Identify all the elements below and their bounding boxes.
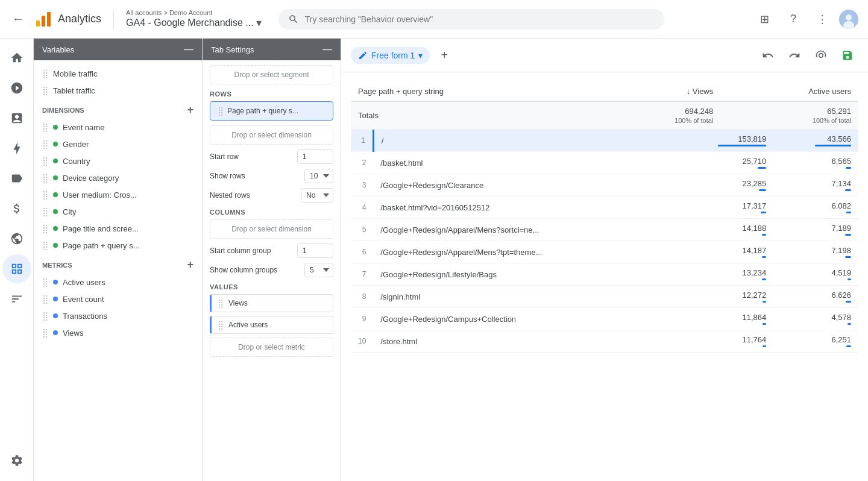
redo-btn[interactable] [784,45,805,66]
dimension-dot [53,125,58,130]
segment-item-tablet[interactable]: ⣿ Tablet traffic [34,82,202,99]
avatar[interactable] [839,10,858,29]
col-active-users-header[interactable]: Active users [720,82,858,101]
account-name[interactable]: GA4 - Google Merchandise ... ▾ [126,16,262,30]
apps-button[interactable]: ⊞ [752,7,776,31]
value-views[interactable]: ⣿ Views [210,294,333,312]
row-active-users: 7,198 [773,241,858,263]
segment-drop-zone[interactable]: Drop or select segment [210,65,333,84]
dimensions-section: DIMENSIONS + [34,99,202,119]
values-drop-zone[interactable]: Drop or select metric [210,338,333,357]
row-number: 8 [351,286,373,308]
svg-rect-0 [36,20,40,27]
col-views-header[interactable]: ↓ Views [592,82,720,101]
help-button[interactable]: ? [781,7,805,31]
metric-views[interactable]: ⣿ Views [34,324,202,341]
drag-handle-icon: ⣿ [42,156,48,166]
variables-collapse-btn[interactable]: — [184,45,193,54]
add-tab-btn[interactable]: + [435,46,454,65]
row-number: 5 [351,219,373,241]
table-row: 5/Google+Redesign/Apparel/Mens?sortci=ne… [351,219,858,241]
share-btn[interactable] [810,45,832,66]
dim-city[interactable]: ⣿ City [34,203,202,220]
metric-active-users[interactable]: ⣿ Active users [34,274,202,291]
row-number: 6 [351,241,373,263]
drag-handle-icon: ⣿ [42,173,48,183]
rows-filled-label: Page path + query s... [227,107,298,115]
row-path: /basket.html [373,152,668,174]
analytics-logo [34,10,53,29]
totals-row: Totals 694,248 100% of total 65,291 100%… [351,101,858,130]
nested-rows-label: Nested rows [210,191,250,200]
undo-btn[interactable] [757,45,779,66]
variables-content: ⣿ Mobile traffic ⣿ Tablet traffic DIMENS… [34,60,202,481]
value-active-users[interactable]: ⣿ Active users [210,316,333,334]
start-column-input[interactable] [297,244,333,258]
drag-handle-icon: ⣿ [42,311,48,321]
show-rows-select[interactable]: 10 25 50 [304,169,333,183]
sidenav-revenue[interactable] [2,194,31,223]
add-metric-btn[interactable]: + [187,259,193,271]
table-row: 10/store.html11,7646,251 [351,330,858,353]
metrics-section: METRICS + [34,254,202,274]
segment-item-mobile[interactable]: ⣿ Mobile traffic [34,65,202,82]
start-row-input[interactable] [297,149,333,164]
tab-pill[interactable]: Free form 1 ▾ [351,47,430,64]
search-bar[interactable] [278,9,664,30]
rows-drop-zone[interactable]: Drop or select dimension [210,125,333,145]
row-number: 10 [351,330,373,353]
sidenav-advertising[interactable] [2,285,31,313]
dim-country[interactable]: ⣿ Country [34,152,202,169]
drag-handle-icon: ⣿ [42,190,48,200]
nested-rows-row: Nested rows No Yes [210,188,333,203]
dim-user-medium[interactable]: ⣿ User medium: Cros... [34,186,202,203]
start-row-row: Start row [210,149,333,164]
sidenav-explore[interactable] [2,254,31,283]
tab-settings-title: Tab Settings [211,45,254,54]
dim-page-title[interactable]: ⣿ Page title and scree... [34,220,202,237]
sidenav-lifecycle[interactable] [2,104,31,133]
sidenav-tags[interactable] [2,164,31,193]
metric-dot [53,297,58,301]
more-button[interactable]: ⋮ [810,7,834,31]
table-row: 4/basket.html?vid=2016051251217,3176,082 [351,196,858,219]
drag-handle-icon: ⣿ [42,328,48,338]
tab-settings-collapse-btn[interactable]: — [322,45,332,54]
columns-drop-zone[interactable]: Drop or select dimension [210,219,333,239]
data-rows-table: 1/153,81943,5662/basket.html25,7106,5653… [351,130,858,353]
dim-device-category[interactable]: ⣿ Device category [34,169,202,186]
tab-dropdown-icon: ▾ [418,51,423,60]
rows-filled-zone[interactable]: ⣿ Page path + query s... [210,101,333,121]
dim-label: Page title and scree... [63,224,139,233]
start-column-row: Start column group [210,244,333,258]
sidenav-globe[interactable] [2,224,31,253]
metric-event-count[interactable]: ⣿ Event count [34,291,202,307]
segment-label: Tablet traffic [53,86,95,95]
dim-event-name[interactable]: ⣿ Event name [34,119,202,136]
row-views: 12,272 [668,286,773,308]
row-views: 14,188 [668,219,773,241]
sidenav-home[interactable] [2,43,31,72]
svg-point-4 [846,14,852,20]
back-button[interactable]: ← [10,10,27,28]
metric-transactions[interactable]: ⣿ Transactions [34,307,202,324]
nested-rows-select[interactable]: No Yes [301,188,333,203]
row-views: 14,187 [668,241,773,263]
row-views: 25,710 [668,152,773,174]
col-dimension-header: Page path + query string [351,82,592,101]
dim-gender[interactable]: ⣿ Gender [34,136,202,152]
row-views: 23,285 [668,174,773,196]
show-columns-select[interactable]: 5 10 [304,263,333,277]
save-btn[interactable] [837,45,858,66]
sidenav-realtime[interactable] [2,74,31,102]
account-dropdown-icon: ▾ [256,16,262,30]
sidenav-events[interactable] [2,134,31,163]
add-dimension-btn[interactable]: + [187,104,193,116]
table-row: 2/basket.html25,7106,565 [351,152,858,174]
drag-handle-icon: ⣿ [42,122,48,132]
dim-page-path[interactable]: ⣿ Page path + query s... [34,237,202,254]
sidenav-configure[interactable] [2,446,31,475]
row-views: 17,317 [668,196,773,219]
search-input[interactable] [305,14,655,24]
topnav-actions: ⊞ ? ⋮ [752,7,858,31]
